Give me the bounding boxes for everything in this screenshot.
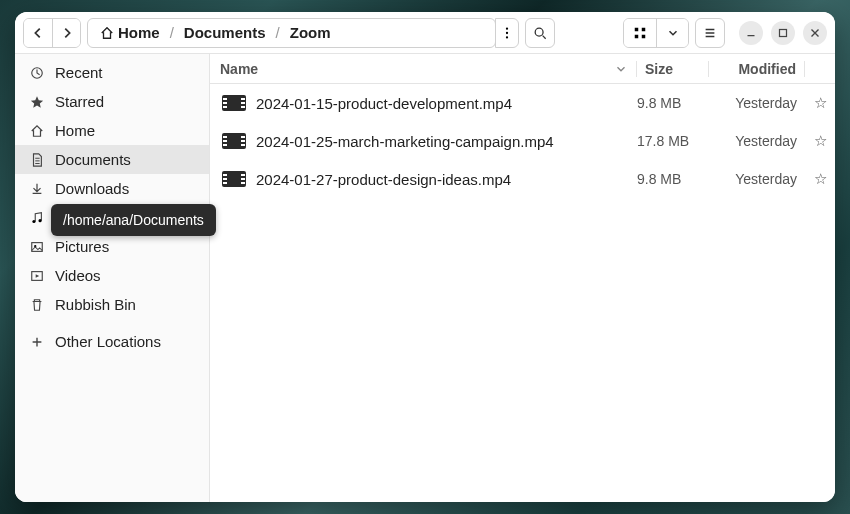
icon-view-button[interactable] bbox=[624, 19, 656, 47]
sidebar-item-label: Other Locations bbox=[55, 333, 161, 350]
file-size: 9.8 MB bbox=[637, 95, 709, 111]
svg-point-10 bbox=[32, 219, 35, 222]
search-icon bbox=[533, 26, 547, 40]
sidebar-item-rubbish-bin[interactable]: Rubbish Bin bbox=[15, 290, 209, 319]
chevron-down-icon bbox=[666, 26, 680, 40]
col-header-modified[interactable]: Modified bbox=[709, 61, 805, 77]
sidebar-item-videos[interactable]: Videos bbox=[15, 261, 209, 290]
maximize-button[interactable] bbox=[771, 21, 795, 45]
document-icon bbox=[29, 153, 45, 167]
star-toggle[interactable]: ☆ bbox=[805, 94, 835, 112]
file-size: 9.8 MB bbox=[637, 171, 709, 187]
close-button[interactable] bbox=[803, 21, 827, 45]
window-controls bbox=[739, 21, 827, 45]
sort-down-icon bbox=[614, 62, 628, 76]
svg-rect-8 bbox=[780, 29, 787, 36]
file-size: 17.8 MB bbox=[637, 133, 709, 149]
sidebar-item-home[interactable]: Home bbox=[15, 116, 209, 145]
chevron-left-icon bbox=[31, 26, 45, 40]
column-headers: Name Size Modified bbox=[210, 54, 835, 84]
plus-icon bbox=[29, 335, 45, 349]
video-file-icon bbox=[222, 95, 246, 111]
kebab-icon bbox=[500, 26, 514, 40]
svg-point-1 bbox=[506, 31, 508, 33]
path-bar: Home / Documents / Zoom bbox=[87, 18, 496, 48]
breadcrumb-home[interactable]: Home bbox=[94, 22, 166, 43]
path-tooltip: /home/ana/Documents bbox=[51, 204, 216, 236]
search-button[interactable] bbox=[525, 18, 555, 48]
breadcrumb-label: Home bbox=[118, 24, 160, 41]
sidebar-item-label: Rubbish Bin bbox=[55, 296, 136, 313]
close-icon bbox=[808, 26, 822, 40]
hamburger-menu-button[interactable] bbox=[695, 18, 725, 48]
file-modified: Yesterday bbox=[709, 95, 805, 111]
sidebar-item-label: Documents bbox=[55, 151, 131, 168]
file-row[interactable]: 2024-01-15-product-development.mp49.8 MB… bbox=[210, 84, 835, 122]
svg-rect-6 bbox=[635, 34, 639, 38]
main-pane: Name Size Modified 2024-01-15-product-de… bbox=[210, 54, 835, 502]
videos-icon bbox=[29, 269, 45, 283]
file-row[interactable]: 2024-01-25-march-marketing-campaign.mp41… bbox=[210, 122, 835, 160]
file-rows: 2024-01-15-product-development.mp49.8 MB… bbox=[210, 84, 835, 502]
breadcrumb-label: Documents bbox=[184, 24, 266, 41]
sidebar-item-label: Downloads bbox=[55, 180, 129, 197]
sidebar: RecentStarredHomeDocumentsDownloadsMusic… bbox=[15, 54, 210, 502]
video-file-icon bbox=[222, 171, 246, 187]
view-mode-group bbox=[623, 18, 689, 48]
minimize-button[interactable] bbox=[739, 21, 763, 45]
file-name: 2024-01-25-march-marketing-campaign.mp4 bbox=[256, 133, 554, 150]
music-icon bbox=[29, 211, 45, 225]
file-modified: Yesterday bbox=[709, 133, 805, 149]
sidebar-item-label: Videos bbox=[55, 267, 101, 284]
back-button[interactable] bbox=[24, 19, 52, 47]
titlebar: Home / Documents / Zoom bbox=[15, 12, 835, 54]
breadcrumb-documents[interactable]: Documents bbox=[178, 22, 272, 43]
breadcrumb-separator: / bbox=[276, 24, 280, 41]
star-toggle[interactable]: ☆ bbox=[805, 170, 835, 188]
breadcrumb-separator: / bbox=[170, 24, 174, 41]
svg-rect-5 bbox=[642, 27, 646, 31]
body: RecentStarredHomeDocumentsDownloadsMusic… bbox=[15, 54, 835, 502]
file-name: 2024-01-27-product-design-ideas.mp4 bbox=[256, 171, 511, 188]
breadcrumb-zoom[interactable]: Zoom bbox=[284, 22, 337, 43]
chevron-right-icon bbox=[60, 26, 74, 40]
trash-icon bbox=[29, 298, 45, 312]
star-icon bbox=[29, 95, 45, 109]
svg-point-2 bbox=[506, 36, 508, 38]
home-icon bbox=[100, 26, 114, 40]
hamburger-icon bbox=[703, 26, 717, 40]
sidebar-item-label: Recent bbox=[55, 64, 103, 81]
sidebar-item-label: Starred bbox=[55, 93, 104, 110]
sidebar-item-documents[interactable]: Documents bbox=[15, 145, 209, 174]
sidebar-item-downloads[interactable]: Downloads bbox=[15, 174, 209, 203]
path-menu-button[interactable] bbox=[495, 18, 519, 48]
sidebar-item-label: Home bbox=[55, 122, 95, 139]
svg-rect-7 bbox=[642, 34, 646, 38]
nav-buttons bbox=[23, 18, 81, 48]
file-row[interactable]: 2024-01-27-product-design-ideas.mp49.8 M… bbox=[210, 160, 835, 198]
col-header-size[interactable]: Size bbox=[637, 61, 709, 77]
view-dropdown-button[interactable] bbox=[656, 19, 688, 47]
col-header-name[interactable]: Name bbox=[210, 61, 637, 77]
forward-button[interactable] bbox=[52, 19, 80, 47]
svg-point-0 bbox=[506, 27, 508, 29]
svg-point-3 bbox=[535, 28, 543, 36]
video-file-icon bbox=[222, 133, 246, 149]
sidebar-item-recent[interactable]: Recent bbox=[15, 58, 209, 87]
file-manager-window: Home / Documents / Zoom bbox=[15, 12, 835, 502]
download-icon bbox=[29, 182, 45, 196]
svg-rect-12 bbox=[32, 242, 43, 251]
breadcrumb-label: Zoom bbox=[290, 24, 331, 41]
sidebar-item-other-locations[interactable]: Other Locations bbox=[15, 327, 209, 356]
sidebar-item-starred[interactable]: Starred bbox=[15, 87, 209, 116]
file-modified: Yesterday bbox=[709, 171, 805, 187]
minimize-icon bbox=[744, 26, 758, 40]
home-icon bbox=[29, 124, 45, 138]
file-name: 2024-01-15-product-development.mp4 bbox=[256, 95, 512, 112]
svg-point-11 bbox=[38, 219, 41, 222]
pictures-icon bbox=[29, 240, 45, 254]
grid-icon bbox=[633, 26, 647, 40]
sidebar-item-pictures[interactable]: Pictures bbox=[15, 232, 209, 261]
svg-rect-4 bbox=[635, 27, 639, 31]
star-toggle[interactable]: ☆ bbox=[805, 132, 835, 150]
